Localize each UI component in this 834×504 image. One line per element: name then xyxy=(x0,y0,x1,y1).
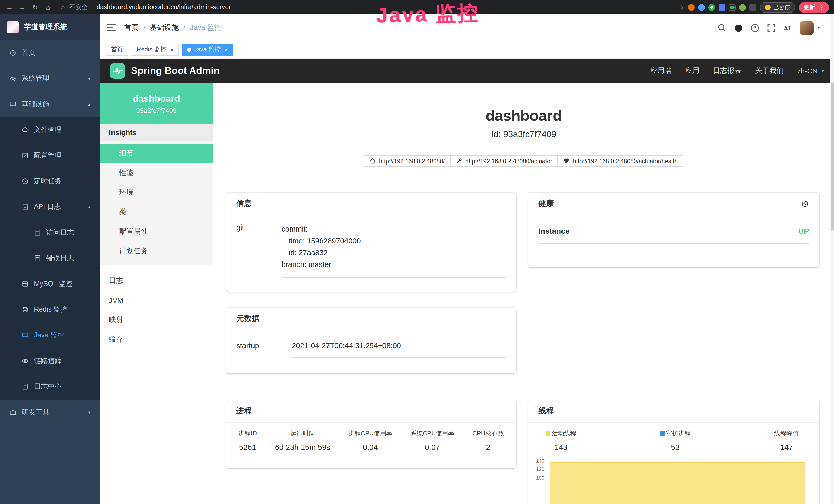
sba-item-mappings[interactable]: 映射 xyxy=(100,310,213,330)
sidebar-item-api-log[interactable]: API 日志 ▴ xyxy=(0,194,100,220)
process-col-value: 0.07 xyxy=(411,443,454,451)
health-instance-row[interactable]: Instance UP xyxy=(539,226,809,244)
breadcrumb-section[interactable]: 基础设施 xyxy=(150,23,179,32)
address-bar[interactable]: ⚠ 不安全 | dashboard.yudao.iocoder.cn/infra… xyxy=(61,3,231,12)
sidebar-item-label: 日志中心 xyxy=(34,382,62,391)
hamburger-icon[interactable] xyxy=(107,24,116,32)
metadata-value: 2021-04-27T00:44:31.254+08:00 xyxy=(292,342,506,358)
bookmark-star-icon[interactable]: ☆ xyxy=(678,3,684,11)
update-button[interactable]: 更新 ⋮ xyxy=(799,2,829,13)
process-col-label: 系统CPU使用率 xyxy=(411,429,454,438)
security-label[interactable]: 不安全 xyxy=(69,3,88,12)
instance-block[interactable]: dashboard 93a3fc7f7409 xyxy=(100,83,213,124)
search-icon[interactable] xyxy=(718,23,727,32)
extension-icon[interactable] xyxy=(719,4,725,10)
sba-item-env[interactable]: 环境 xyxy=(100,183,213,202)
sba-nav-applications[interactable]: 应用 xyxy=(685,66,700,75)
monitor-icon xyxy=(9,101,17,108)
legend-daemon: 守护进程 53 xyxy=(660,429,691,451)
legend-value: 53 xyxy=(660,443,691,451)
help-icon[interactable] xyxy=(751,23,760,32)
sba-header: Spring Boot Admin 应用墙 应用 日志报表 关于我们 zh-CN… xyxy=(100,59,834,83)
caret-down-icon[interactable]: ▾ xyxy=(817,25,820,30)
status-badge: UP xyxy=(798,226,809,235)
close-icon[interactable]: × xyxy=(224,46,228,53)
sba-item-scheduled[interactable]: 计划任务 xyxy=(100,241,213,261)
edit-icon xyxy=(22,152,29,159)
sba-item-jvm[interactable]: JVM xyxy=(100,291,213,310)
sba-nav-journal[interactable]: 日志报表 xyxy=(713,66,742,75)
sidebar-item-system[interactable]: 系统管理 ▾ xyxy=(0,66,100,91)
sidebar-item-log-center[interactable]: 日志中心 xyxy=(0,374,100,399)
github-icon[interactable] xyxy=(734,23,743,32)
scrollbar-thumb[interactable] xyxy=(831,82,834,231)
link-actuator-url[interactable]: http://192.168.0.2:48080/actuator xyxy=(450,155,558,167)
link-health-url[interactable]: http://192.168.0.2:48080/actuator/health xyxy=(557,155,683,167)
sidebar-item-files[interactable]: 文件管理 xyxy=(0,117,100,143)
wrench-icon xyxy=(455,158,462,164)
tab-redis[interactable]: Redis 监控 × xyxy=(132,43,179,56)
card-header: 线程 xyxy=(528,400,819,422)
sidebar-item-redis[interactable]: Redis 监控 xyxy=(0,297,100,322)
font-size-icon[interactable] xyxy=(784,23,792,32)
sba-item-metrics[interactable]: 性能 xyxy=(100,163,213,183)
sba-lang-select[interactable]: zh-CN xyxy=(797,67,817,75)
legend-peak: 线程峰值 147 xyxy=(774,429,799,451)
tab-home[interactable]: 首页 xyxy=(106,43,128,56)
warning-icon[interactable]: ⚠ xyxy=(61,4,66,10)
reload-icon[interactable]: ↻ xyxy=(31,3,40,11)
sidebar-item-home[interactable]: 首页 xyxy=(0,40,100,66)
log-center-icon xyxy=(22,383,29,390)
sba-content: dashboard Id: 93a3fc7f7409 http://192.16… xyxy=(213,83,834,504)
tab-label: 首页 xyxy=(111,45,123,54)
metadata-key: startup xyxy=(236,342,292,350)
url-text[interactable]: dashboard.yudao.iocoder.cn/infra/admin-s… xyxy=(96,4,231,11)
tab-java[interactable]: Java 监控 × xyxy=(182,43,233,56)
sidebar-item-devtools[interactable]: 研发工具 ▾ xyxy=(0,399,100,425)
process-col-value: 5261 xyxy=(238,443,257,451)
sba-logo-icon[interactable] xyxy=(110,63,125,78)
threads-area-series xyxy=(550,462,805,504)
extension-icon[interactable] xyxy=(688,4,695,10)
sidebar-item-tracing[interactable]: 链路追踪 xyxy=(0,348,100,374)
extension-icon[interactable] xyxy=(739,4,746,10)
sidebar-item-java[interactable]: Java 监控 xyxy=(0,322,100,348)
sidebar-item-jobs[interactable]: 定时任务 xyxy=(0,168,100,194)
history-icon[interactable] xyxy=(801,200,809,208)
sidebar-item-mysql[interactable]: MySQL 监控 xyxy=(0,271,100,297)
sba-item-logfile[interactable]: 日志 xyxy=(100,271,213,291)
breadcrumb-home[interactable]: 首页 xyxy=(124,23,139,32)
forward-icon[interactable]: → xyxy=(18,3,27,11)
update-button-label: 更新 xyxy=(804,3,815,11)
back-icon[interactable]: ← xyxy=(5,3,14,11)
sidebar-item-config[interactable]: 配置管理 xyxy=(0,143,100,168)
sidebar-item-infra[interactable]: 基础设施 ▴ xyxy=(0,91,100,117)
sba-brand[interactable]: Spring Boot Admin xyxy=(131,65,220,76)
sba-nav-wall[interactable]: 应用墙 xyxy=(650,66,672,75)
sba-nav-about[interactable]: 关于我们 xyxy=(755,66,784,75)
fullscreen-icon[interactable] xyxy=(767,23,776,32)
y-tick: 100 xyxy=(530,475,545,481)
process-col: 进程CPU使用率 0.04 xyxy=(349,429,393,451)
app-logo-row[interactable]: 芋道管理系统 xyxy=(0,15,100,40)
home-icon[interactable]: ⌂ xyxy=(44,3,52,11)
scrollbar[interactable] xyxy=(830,15,834,504)
close-icon[interactable]: × xyxy=(170,46,174,53)
card-title: 元数据 xyxy=(236,314,259,323)
sidebar-item-error-log[interactable]: 错误日志 xyxy=(0,246,100,271)
sba-item-caches[interactable]: 缓存 xyxy=(100,330,213,349)
extension-icon[interactable] xyxy=(729,4,736,10)
sidebar-item-access-log[interactable]: 访问日志 xyxy=(0,220,100,246)
extension-icon[interactable] xyxy=(698,4,705,10)
avatar[interactable] xyxy=(800,21,814,35)
briefcase-icon xyxy=(9,409,17,416)
sba-item-details[interactable]: 细节 xyxy=(100,144,213,163)
instance-id: 93a3fc7f7409 xyxy=(136,107,177,114)
chevron-up-icon: ▴ xyxy=(88,204,90,209)
sba-item-configprops[interactable]: 配置属性 xyxy=(100,222,213,241)
sba-item-classes[interactable]: 类 xyxy=(100,202,213,222)
link-base-url[interactable]: http://192.168.0.2:48080/ xyxy=(364,155,451,167)
extension-icon[interactable] xyxy=(708,4,715,10)
paused-badge[interactable]: 已暂停 xyxy=(760,2,795,13)
extensions-puzzle-icon[interactable] xyxy=(749,4,756,10)
